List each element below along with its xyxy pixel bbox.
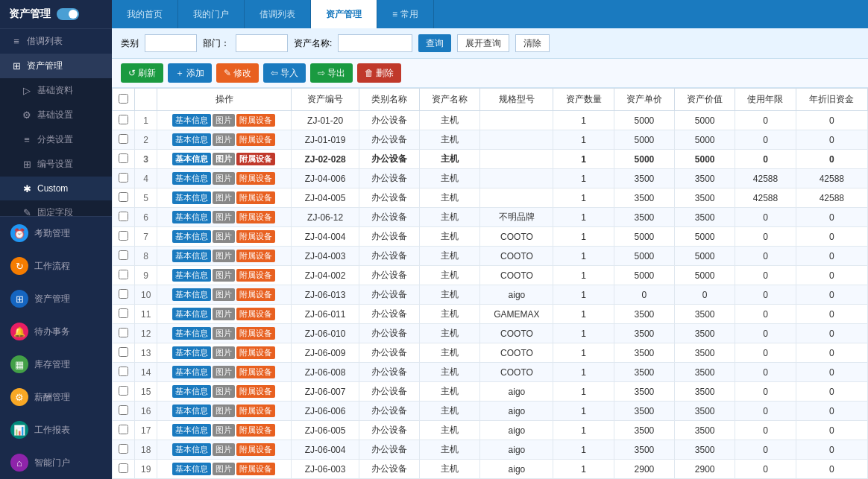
tab-loan[interactable]: 借调列表 xyxy=(245,0,311,28)
row-ops[interactable]: 基本信息图片附属设备 xyxy=(157,343,292,363)
action-tag[interactable]: 附属设备 xyxy=(236,366,275,378)
action-tag[interactable]: 图片 xyxy=(213,211,235,223)
action-tag[interactable]: 图片 xyxy=(213,424,235,437)
row-checkbox-cell[interactable] xyxy=(113,440,135,460)
sidebar-group-attendance[interactable]: ⏰ 考勤管理 xyxy=(0,217,112,250)
row-ops[interactable]: 基本信息图片附属设备 xyxy=(157,169,292,188)
row-checkbox[interactable] xyxy=(119,134,128,144)
row-checkbox-cell[interactable] xyxy=(113,266,135,285)
sidebar-group-asset[interactable]: ⊞ 资产管理 xyxy=(0,282,112,315)
row-ops[interactable]: 基本信息图片附属设备 xyxy=(157,382,292,402)
row-checkbox[interactable] xyxy=(119,250,128,260)
action-tag[interactable]: 附属设备 xyxy=(236,269,275,282)
action-tag[interactable]: 基本信息 xyxy=(172,385,211,398)
action-tag[interactable]: 图片 xyxy=(213,172,235,185)
row-checkbox[interactable] xyxy=(119,212,128,221)
row-ops[interactable]: 基本信息图片附属设备 xyxy=(157,130,292,150)
row-checkbox-cell[interactable] xyxy=(113,343,135,363)
action-tag[interactable]: 基本信息 xyxy=(172,327,211,340)
action-tag[interactable]: 附属设备 xyxy=(236,308,275,320)
action-tag[interactable]: 基本信息 xyxy=(172,366,211,378)
sidebar-group-smart-portal[interactable]: ⌂ 智能门户 xyxy=(0,446,112,479)
action-tag[interactable]: 附属设备 xyxy=(236,133,275,146)
row-ops[interactable]: 基本信息图片附属设备 xyxy=(157,421,292,440)
row-checkbox-cell[interactable] xyxy=(113,363,135,382)
row-checkbox[interactable] xyxy=(119,463,128,473)
action-tag[interactable]: 附属设备 xyxy=(236,114,275,127)
edit-button[interactable]: ✎ 修改 xyxy=(216,63,259,83)
row-checkbox-cell[interactable] xyxy=(113,227,135,247)
row-checkbox[interactable] xyxy=(119,115,128,124)
row-checkbox-cell[interactable] xyxy=(113,247,135,266)
action-tag[interactable]: 图片 xyxy=(213,385,235,398)
expand-query-button[interactable]: 展开查询 xyxy=(457,34,509,52)
row-checkbox-cell[interactable] xyxy=(113,111,135,130)
row-checkbox-cell[interactable] xyxy=(113,421,135,440)
row-ops[interactable]: 基本信息图片附属设备 xyxy=(157,266,292,285)
action-tag[interactable]: 基本信息 xyxy=(172,114,211,127)
action-tag[interactable]: 附属设备 xyxy=(236,424,275,437)
row-ops[interactable]: 基本信息图片附属设备 xyxy=(157,111,292,130)
action-tag[interactable]: 基本信息 xyxy=(172,405,211,417)
action-tag[interactable]: 基本信息 xyxy=(172,230,211,243)
row-checkbox[interactable] xyxy=(119,405,128,415)
row-checkbox-cell[interactable] xyxy=(113,324,135,343)
action-tag[interactable]: 基本信息 xyxy=(172,191,211,204)
row-ops[interactable]: 基本信息图片附属设备 xyxy=(157,460,292,479)
th-select-all[interactable] xyxy=(113,89,135,111)
action-tag[interactable]: 图片 xyxy=(213,308,235,320)
sidebar-group-workflow[interactable]: ↻ 工作流程 xyxy=(0,250,112,282)
tab-home[interactable]: 我的首页 xyxy=(112,0,178,28)
action-tag[interactable]: 附属设备 xyxy=(236,191,275,204)
action-tag[interactable]: 图片 xyxy=(213,114,235,127)
sidebar-item-fixed-fields[interactable]: ✎ 固定字段 xyxy=(0,200,112,216)
action-tag[interactable]: 附属设备 xyxy=(236,443,275,456)
action-tag[interactable]: 基本信息 xyxy=(172,443,211,456)
row-checkbox-cell[interactable] xyxy=(113,402,135,421)
sidebar-item-category-settings[interactable]: ≡ 分类设置 xyxy=(0,127,112,152)
select-all-checkbox[interactable] xyxy=(119,94,128,104)
row-ops[interactable]: 基本信息图片附属设备 xyxy=(157,150,292,169)
action-tag[interactable]: 图片 xyxy=(213,269,235,282)
sidebar-group-reports[interactable]: 📊 工作报表 xyxy=(0,413,112,446)
sidebar-item-asset-mgmt[interactable]: ⊞ 资产管理 xyxy=(0,54,112,78)
row-checkbox-cell[interactable] xyxy=(113,460,135,479)
row-ops[interactable]: 基本信息图片附属设备 xyxy=(157,188,292,208)
import-button[interactable]: ⇦ 导入 xyxy=(263,63,306,83)
action-tag[interactable]: 附属设备 xyxy=(236,385,275,398)
clear-button[interactable]: 清除 xyxy=(515,34,550,52)
row-ops[interactable]: 基本信息图片附属设备 xyxy=(157,324,292,343)
action-tag[interactable]: 附属设备 xyxy=(236,463,275,475)
action-tag[interactable]: 图片 xyxy=(213,405,235,417)
tab-portal[interactable]: 我的门户 xyxy=(178,0,245,28)
row-ops[interactable]: 基本信息图片附属设备 xyxy=(157,363,292,382)
action-tag[interactable]: 基本信息 xyxy=(172,463,211,475)
action-tag[interactable]: 基本信息 xyxy=(172,133,211,146)
action-tag[interactable]: 图片 xyxy=(213,366,235,378)
action-tag[interactable]: 基本信息 xyxy=(172,269,211,282)
action-tag[interactable]: 附属设备 xyxy=(236,405,275,417)
query-button[interactable]: 查询 xyxy=(418,34,451,52)
action-tag[interactable]: 附属设备 xyxy=(236,230,275,243)
row-checkbox[interactable] xyxy=(119,289,128,299)
action-tag[interactable]: 附属设备 xyxy=(236,172,275,185)
row-checkbox-cell[interactable] xyxy=(113,382,135,402)
action-tag[interactable]: 基本信息 xyxy=(172,172,211,185)
sidebar-item-loan-list[interactable]: ≡ 借调列表 xyxy=(0,29,112,54)
row-checkbox-cell[interactable] xyxy=(113,169,135,188)
action-tag[interactable]: 基本信息 xyxy=(172,153,211,165)
action-tag[interactable]: 图片 xyxy=(213,463,235,475)
sidebar-item-basic-data[interactable]: ▷ 基础资料 xyxy=(0,78,112,103)
sidebar-group-payroll[interactable]: ⚙ 薪酬管理 xyxy=(0,381,112,413)
action-tag[interactable]: 图片 xyxy=(213,288,235,301)
asset-name-input[interactable] xyxy=(338,34,412,52)
row-ops[interactable]: 基本信息图片附属设备 xyxy=(157,247,292,266)
category-input[interactable] xyxy=(145,34,197,52)
action-tag[interactable]: 附属设备 xyxy=(236,327,275,340)
action-tag[interactable]: 图片 xyxy=(213,133,235,146)
row-checkbox[interactable] xyxy=(119,173,128,183)
action-tag[interactable]: 附属设备 xyxy=(236,288,275,301)
row-checkbox[interactable] xyxy=(119,308,128,318)
tab-common[interactable]: ≡ 常用 xyxy=(377,0,434,28)
row-ops[interactable]: 基本信息图片附属设备 xyxy=(157,402,292,421)
